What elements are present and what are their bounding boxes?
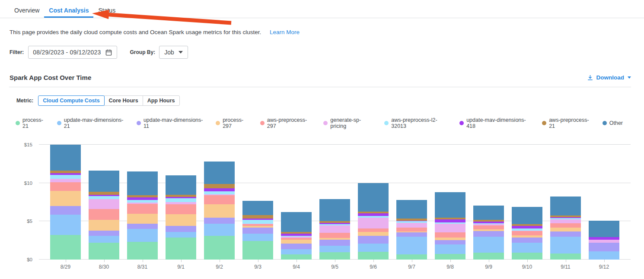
bar-segment-update-mav-dimensions-11[interactable]	[473, 231, 504, 237]
bar-segment-Other[interactable]	[204, 162, 235, 184]
bar-segment-generate-sp-pricing[interactable]	[50, 179, 81, 183]
download-button[interactable]: Download	[587, 74, 631, 81]
bar-9/3[interactable]	[242, 145, 273, 260]
bar-segment-Other[interactable]	[127, 171, 158, 195]
bar-segment-process-297[interactable]	[358, 232, 389, 236]
legend-item-aws-preprocess-297[interactable]: aws-preprocess-297	[260, 117, 315, 129]
bar-segment-aws-preprocess-297[interactable]	[166, 204, 196, 214]
bar-segment-aws-preprocess-l2-32013[interactable]	[50, 175, 81, 179]
bar-segment-Other[interactable]	[166, 175, 196, 195]
bar-segment-aws-preprocess-21[interactable]	[242, 215, 273, 219]
bar-segment-process-21[interactable]	[242, 241, 273, 260]
bar-segment-process-21[interactable]	[358, 252, 389, 260]
bar-segment-update-mav-dimensions-11[interactable]	[589, 243, 619, 251]
bar-8/30[interactable]	[89, 145, 119, 260]
bar-segment-update-mav-dimensions-11[interactable]	[204, 218, 235, 224]
bar-segment-Other[interactable]	[358, 183, 389, 212]
bar-segment-update-mav-dimensions-21[interactable]	[242, 234, 273, 241]
bar-segment-process-21[interactable]	[512, 253, 542, 260]
bar-segment-aws-preprocess-297[interactable]	[319, 233, 350, 238]
bar-segment-update-mav-dimensions-21[interactable]	[512, 243, 542, 253]
metric-option-cloud-compute-costs[interactable]: Cloud Compute Costs	[38, 95, 104, 106]
bar-segment-update-mav-dimensions-11[interactable]	[319, 240, 350, 246]
bar-9/7[interactable]	[396, 145, 427, 260]
bar-9/8[interactable]	[435, 145, 465, 260]
bar-segment-process-21[interactable]	[204, 236, 235, 260]
bar-8/29[interactable]	[50, 145, 81, 260]
bar-segment-process-297[interactable]	[89, 220, 119, 231]
bar-segment-aws-preprocess-297[interactable]	[89, 209, 119, 220]
bar-segment-process-21[interactable]	[435, 254, 465, 260]
bar-segment-update-mav-dimensions-11[interactable]	[550, 231, 581, 237]
legend-item-generate-sp-pricing[interactable]: generate-sp-pricing	[323, 117, 376, 129]
tab-cost-analysis[interactable]: Cost Analysis	[44, 5, 93, 18]
bar-segment-process-297[interactable]	[127, 214, 158, 224]
metric-option-core-hours[interactable]: Core Hours	[104, 95, 143, 106]
bar-segment-generate-sp-pricing[interactable]	[589, 240, 619, 243]
bar-segment-update-mav-dimensions-21[interactable]	[50, 215, 81, 235]
bar-9/9[interactable]	[473, 145, 504, 260]
bar-segment-update-mav-dimensions-21[interactable]	[319, 246, 350, 252]
bar-segment-aws-preprocess-21[interactable]	[204, 184, 235, 188]
bar-segment-Other[interactable]	[589, 221, 619, 237]
bar-segment-process-297[interactable]	[50, 191, 81, 206]
bar-9/4[interactable]	[281, 145, 312, 260]
bar-segment-Other[interactable]	[512, 207, 542, 224]
bar-segment-process-21[interactable]	[319, 252, 350, 260]
bar-segment-process-297[interactable]	[204, 204, 235, 217]
bar-9/10[interactable]	[512, 145, 542, 260]
bar-segment-Other[interactable]	[242, 201, 273, 216]
bar-segment-Other[interactable]	[435, 192, 465, 218]
bar-segment-update-mav-dimensions-11[interactable]	[242, 228, 273, 233]
bar-segment-generate-sp-pricing[interactable]	[319, 225, 350, 233]
bar-9/6[interactable]	[358, 145, 389, 260]
bar-segment-aws-preprocess-297[interactable]	[127, 204, 158, 214]
legend-item-update-mav-dimensions-11[interactable]: update-mav-dimensions-11	[137, 117, 207, 129]
bar-segment-generate-sp-pricing[interactable]	[435, 224, 465, 232]
date-range-picker[interactable]: 08/29/2023 - 09/12/2023	[28, 46, 117, 59]
bar-segment-update-mav-dimensions-11[interactable]	[512, 238, 542, 243]
legend-item-Other[interactable]: Other	[603, 120, 623, 126]
bar-segment-aws-preprocess-297[interactable]	[396, 228, 427, 231]
bar-segment-aws-preprocess-297[interactable]	[50, 182, 81, 190]
bar-segment-process-297[interactable]	[166, 214, 196, 226]
bar-segment-update-mav-dimensions-11[interactable]	[281, 244, 312, 249]
bar-9/5[interactable]	[319, 145, 350, 260]
bar-segment-process-297[interactable]	[281, 240, 312, 244]
bar-segment-Other[interactable]	[50, 145, 81, 171]
bar-segment-aws-preprocess-297[interactable]	[512, 231, 542, 236]
bar-8/31[interactable]	[127, 145, 158, 260]
bar-segment-process-21[interactable]	[127, 242, 158, 260]
bar-segment-process-21[interactable]	[89, 243, 119, 260]
bar-segment-Other[interactable]	[550, 197, 581, 216]
bar-segment-Other[interactable]	[396, 200, 427, 219]
tab-overview[interactable]: Overview	[10, 5, 44, 18]
bar-segment-process-21[interactable]	[281, 254, 312, 260]
bar-segment-update-mav-dimensions-21[interactable]	[89, 236, 119, 243]
bar-segment-process-21[interactable]	[473, 253, 504, 260]
bar-segment-update-mav-dimensions-21[interactable]	[358, 244, 389, 252]
bar-segment-aws-preprocess-21[interactable]	[89, 192, 119, 195]
bar-segment-aws-preprocess-297[interactable]	[473, 225, 504, 229]
legend-item-update-mav-dimensions-21[interactable]: update-mav-dimensions-21	[57, 117, 128, 129]
bar-segment-Other[interactable]	[473, 206, 504, 220]
bar-segment-update-mav-dimensions-21[interactable]	[550, 237, 581, 254]
bar-segment-process-21[interactable]	[166, 238, 196, 260]
group-by-select[interactable]: Job	[159, 46, 188, 59]
bar-segment-Other[interactable]	[89, 171, 119, 192]
bar-segment-update-mav-dimensions-11[interactable]	[127, 224, 158, 229]
bar-segment-update-mav-dimensions-21[interactable]	[127, 229, 158, 242]
bar-segment-aws-preprocess-297[interactable]	[358, 228, 389, 232]
bar-segment-update-mav-dimensions-418[interactable]	[204, 188, 235, 191]
bar-segment-aws-preprocess-l2-32013[interactable]	[166, 198, 196, 202]
bar-segment-process-297[interactable]	[550, 228, 581, 231]
bar-segment-aws-preprocess-l2-32013[interactable]	[242, 220, 273, 224]
bar-segment-update-mav-dimensions-21[interactable]	[589, 251, 619, 260]
bar-9/2[interactable]	[204, 145, 235, 260]
bar-segment-update-mav-dimensions-11[interactable]	[166, 226, 196, 232]
bar-segment-generate-sp-pricing[interactable]	[358, 218, 389, 229]
bar-segment-update-mav-dimensions-11[interactable]	[435, 240, 465, 244]
bar-segment-Other[interactable]	[319, 199, 350, 221]
bar-segment-update-mav-dimensions-21[interactable]	[396, 237, 427, 254]
bar-segment-update-mav-dimensions-11[interactable]	[89, 231, 119, 236]
